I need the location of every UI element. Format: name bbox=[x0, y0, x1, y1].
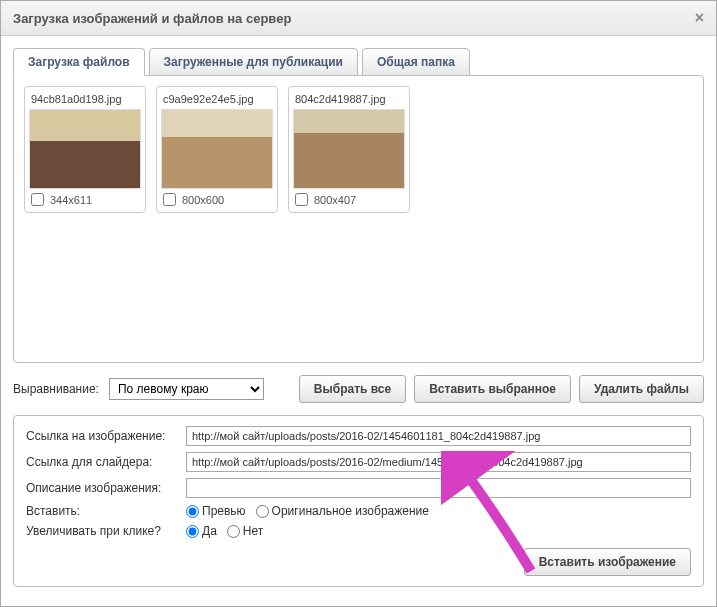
thumbnail-dims: 344x611 bbox=[50, 194, 92, 206]
thumbnail-card[interactable]: 804c2d419887.jpg 800x407 bbox=[288, 86, 410, 213]
tab-uploaded-for-publication[interactable]: Загруженные для публикации bbox=[149, 48, 358, 76]
radio-original[interactable] bbox=[256, 505, 269, 518]
tab-upload-files[interactable]: Загрузка файлов bbox=[13, 48, 145, 76]
thumbnail-meta: 344x611 bbox=[29, 189, 141, 208]
thumbnail-checkbox[interactable] bbox=[295, 193, 308, 206]
radio-zoom-no[interactable] bbox=[227, 525, 240, 538]
image-link-input[interactable] bbox=[186, 426, 691, 446]
thumbnail-image[interactable] bbox=[293, 109, 405, 189]
button-group: Выбрать все Вставить выбранное Удалить ф… bbox=[299, 375, 704, 403]
insert-mode-label: Вставить: bbox=[26, 504, 186, 518]
upload-dialog: Загрузка изображений и файлов на сервер … bbox=[0, 0, 717, 607]
insert-image-button[interactable]: Вставить изображение bbox=[524, 548, 691, 576]
slider-link-input[interactable] bbox=[186, 452, 691, 472]
thumbnail-checkbox[interactable] bbox=[31, 193, 44, 206]
thumbnail-filename: 94cb81a0d198.jpg bbox=[29, 91, 141, 109]
thumbnail-card[interactable]: 94cb81a0d198.jpg 344x611 bbox=[24, 86, 146, 213]
insert-mode-group: Превью Оригинальное изображение bbox=[186, 504, 429, 518]
thumbnail-meta: 800x600 bbox=[161, 189, 273, 208]
dialog-header: Загрузка изображений и файлов на сервер … bbox=[1, 1, 716, 36]
dialog-title: Загрузка изображений и файлов на сервер bbox=[13, 11, 291, 26]
zoom-yes[interactable]: Да bbox=[186, 524, 217, 538]
thumbnail-list: 94cb81a0d198.jpg 344x611 c9a9e92e24e5.jp… bbox=[24, 86, 693, 213]
tab-label: Общая папка bbox=[377, 55, 455, 69]
slider-link-label: Ссылка для слайдера: bbox=[26, 455, 186, 469]
insert-selected-button[interactable]: Вставить выбранное bbox=[414, 375, 571, 403]
delete-files-button[interactable]: Удалить файлы bbox=[579, 375, 704, 403]
description-label: Описание изображения: bbox=[26, 481, 186, 495]
dialog-body: Загрузка файлов Загруженные для публикац… bbox=[1, 36, 716, 599]
thumbnail-image[interactable] bbox=[161, 109, 273, 189]
image-link-label: Ссылка на изображение: bbox=[26, 429, 186, 443]
submit-row: Вставить изображение bbox=[26, 548, 691, 576]
tab-label: Загруженные для публикации bbox=[164, 55, 343, 69]
controls-row: Выравнивание: По левому краю Выбрать все… bbox=[13, 375, 704, 403]
align-label: Выравнивание: bbox=[13, 382, 99, 396]
insert-mode-preview[interactable]: Превью bbox=[186, 504, 246, 518]
tab-bar: Загрузка файлов Загруженные для публикац… bbox=[13, 48, 704, 76]
tab-label: Загрузка файлов bbox=[28, 55, 130, 69]
thumbnail-image[interactable] bbox=[29, 109, 141, 189]
thumbnail-checkbox[interactable] bbox=[163, 193, 176, 206]
tab-content: 94cb81a0d198.jpg 344x611 c9a9e92e24e5.jp… bbox=[13, 75, 704, 363]
radio-zoom-yes[interactable] bbox=[186, 525, 199, 538]
close-icon[interactable]: × bbox=[695, 9, 704, 27]
image-form: Ссылка на изображение: Ссылка для слайде… bbox=[13, 415, 704, 587]
description-input[interactable] bbox=[186, 478, 691, 498]
radio-preview[interactable] bbox=[186, 505, 199, 518]
insert-mode-original[interactable]: Оригинальное изображение bbox=[256, 504, 429, 518]
thumbnail-dims: 800x407 bbox=[314, 194, 356, 206]
thumbnail-filename: 804c2d419887.jpg bbox=[293, 91, 405, 109]
thumbnail-dims: 800x600 bbox=[182, 194, 224, 206]
align-select[interactable]: По левому краю bbox=[109, 378, 264, 400]
zoom-no[interactable]: Нет bbox=[227, 524, 263, 538]
select-all-button[interactable]: Выбрать все bbox=[299, 375, 406, 403]
tab-shared-folder[interactable]: Общая папка bbox=[362, 48, 470, 76]
thumbnail-meta: 800x407 bbox=[293, 189, 405, 208]
thumbnail-card[interactable]: c9a9e92e24e5.jpg 800x600 bbox=[156, 86, 278, 213]
zoom-group: Да Нет bbox=[186, 524, 263, 538]
thumbnail-filename: c9a9e92e24e5.jpg bbox=[161, 91, 273, 109]
zoom-label: Увеличивать при клике? bbox=[26, 524, 186, 538]
